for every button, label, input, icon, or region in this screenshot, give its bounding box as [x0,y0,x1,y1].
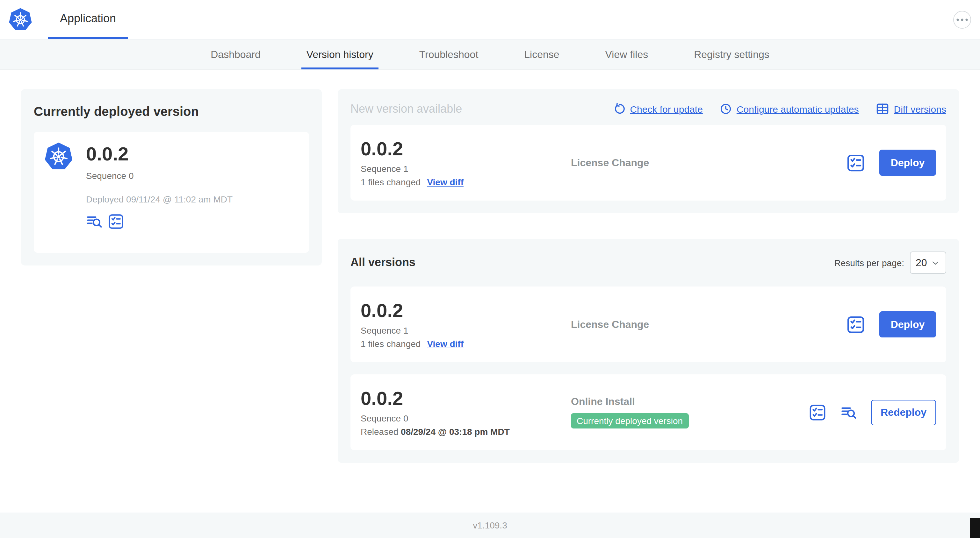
current-version-info: 0.0.2 Sequence 0 Deployed 09/11/24 @ 11:… [86,142,232,243]
new-version-header: New version available Check for update [350,102,946,116]
current-version-card: Currently deployed version 0.0.2 Sequenc… [21,89,322,265]
redeploy-button[interactable]: Redeploy [871,400,936,425]
results-per-page-select[interactable]: 20 [910,251,946,274]
chevron-down-icon [930,257,940,268]
deployed-timestamp: Deployed 09/11/24 @ 11:02 am MDT [86,194,232,205]
version-info: 0.0.2 Sequence 1 1 files changed View di… [361,300,571,349]
versions-column: New version available Check for update [338,89,959,513]
sequence-label: Sequence 1 [361,325,571,335]
new-version-title: New version available [350,102,462,116]
logs-icon [86,213,103,230]
logs-icon [840,404,857,421]
version-source: Online Install Currently deployed versio… [571,396,808,428]
all-versions-title: All versions [350,256,415,269]
configure-automatic-updates-link[interactable]: Configure automatic updates [719,103,859,115]
sequence-label: Sequence 0 [86,171,232,181]
version-number: 0.0.2 [361,138,571,160]
footer: v1.109.3 [0,513,980,538]
version-number: 0.0.2 [86,143,232,165]
app-window: Application Dashboard Version history Tr… [0,0,980,538]
application-tab-label: Application [60,12,116,25]
version-source: License Change [571,319,846,330]
version-info: 0.0.2 Sequence 1 1 files changed View di… [361,138,571,187]
sequence-label: Sequence 1 [361,163,571,174]
view-diff-link[interactable]: View diff [427,339,463,349]
source-label: Online Install [571,396,796,408]
refresh-icon [612,103,625,115]
check-for-update-label: Check for update [630,103,703,114]
main-content: Currently deployed version 0.0.2 Sequenc… [0,70,980,513]
current-version-column: Currently deployed version 0.0.2 Sequenc… [21,89,322,513]
tab-version-history[interactable]: Version history [301,40,379,70]
released-label: Released [361,427,398,437]
all-versions-card: All versions Results per page: 20 [338,239,959,463]
diff-versions-link[interactable]: Diff versions [875,102,946,116]
tab-dashboard[interactable]: Dashboard [205,40,266,70]
preflight-checks-icon [846,153,865,172]
files-changed-row: 1 files changed View diff [361,177,571,187]
app-subnav: Dashboard Version history Troubleshoot L… [0,40,980,70]
current-version-detail: 0.0.2 Sequence 0 Deployed 09/11/24 @ 11:… [34,132,309,253]
clock-icon [719,103,732,115]
deploy-button[interactable]: Deploy [879,150,936,176]
version-number: 0.0.2 [361,388,571,409]
version-row: 0.0.2 Sequence 1 1 files changed View di… [350,287,946,362]
more-button[interactable] [953,11,971,29]
preflight-checks-button[interactable] [108,213,124,230]
files-changed-row: 1 files changed View diff [361,339,571,349]
preflight-checks-button[interactable] [808,403,826,421]
tab-license[interactable]: License [519,40,564,70]
results-per-page-label: Results per page: [834,257,904,268]
released-timestamp: Released 08/29/24 @ 03:18 pm MDT [361,427,571,437]
view-deploy-logs-button[interactable] [86,213,103,230]
source-label: License Change [571,157,834,168]
tab-troubleshoot[interactable]: Troubleshoot [414,40,484,70]
version-source: License Change [571,157,846,168]
row-actions: Redeploy [808,400,936,425]
version-actions-links: Check for update Configure automatic upd… [612,102,946,116]
current-version-title: Currently deployed version [34,105,309,119]
results-per-page-value: 20 [916,257,927,268]
diff-versions-label: Diff versions [894,103,946,114]
preflight-checks-icon [108,213,124,230]
preflight-checks-button[interactable] [846,153,865,172]
ellipsis-icon [955,12,970,27]
files-changed-label: 1 files changed [361,339,420,349]
kubernetes-logo-icon [8,7,32,32]
deploy-button[interactable]: Deploy [879,311,936,338]
new-version-row: 0.0.2 Sequence 1 1 files changed View di… [350,125,946,200]
version-list: 0.0.2 Sequence 1 1 files changed View di… [350,287,946,450]
diff-icon [875,102,889,116]
preflight-checks-button[interactable] [846,315,865,334]
current-version-actions [86,213,232,230]
files-changed-label: 1 files changed [361,177,420,187]
source-label: License Change [571,319,834,330]
preflight-checks-icon [846,315,865,334]
row-actions: Deploy [846,311,936,338]
top-bar: Application [0,0,980,40]
tab-registry-settings[interactable]: Registry settings [689,40,775,70]
version-row: 0.0.2 Sequence 0 Released 08/29/24 @ 03:… [350,375,946,450]
application-tab[interactable]: Application [48,0,128,39]
released-date: 08/29/24 @ 03:18 pm MDT [401,427,510,437]
version-info: 0.0.2 Sequence 0 Released 08/29/24 @ 03:… [361,388,571,437]
all-versions-header: All versions Results per page: 20 [350,251,946,274]
kubernetes-logo-icon [44,142,73,171]
view-deploy-logs-button[interactable] [840,404,857,421]
check-for-update-link[interactable]: Check for update [612,103,703,115]
row-actions: Deploy [846,150,936,176]
version-number: 0.0.2 [361,300,571,322]
new-version-card: New version available Check for update [338,89,959,213]
scrollbar-thumb[interactable] [970,518,980,538]
view-diff-link[interactable]: View diff [427,177,463,187]
sequence-label: Sequence 0 [361,413,571,424]
results-per-page: Results per page: 20 [834,251,946,274]
configure-automatic-updates-label: Configure automatic updates [737,103,859,114]
currently-deployed-badge: Currently deployed version [571,413,689,428]
console-version: v1.109.3 [473,520,507,530]
preflight-checks-icon [808,403,826,421]
tab-view-files[interactable]: View files [600,40,654,70]
